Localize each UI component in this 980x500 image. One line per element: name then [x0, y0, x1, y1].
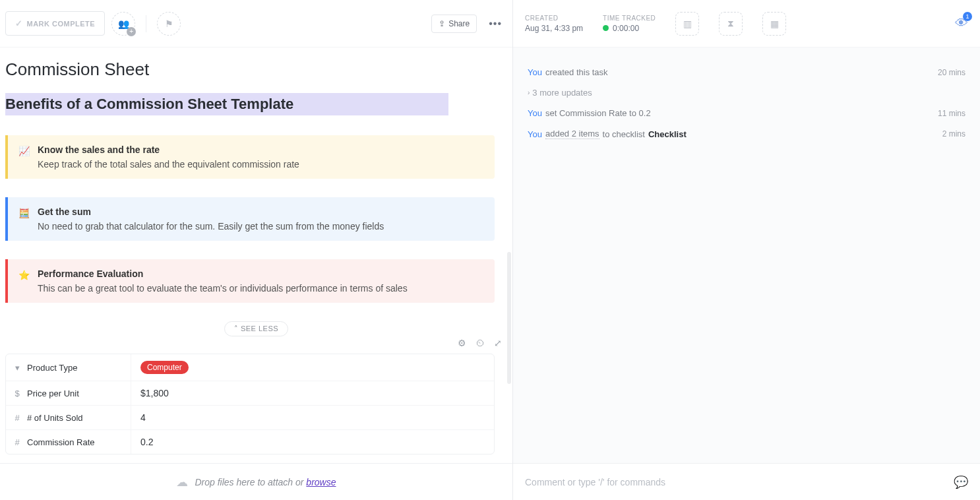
callout-block: 📈 Know the sales and the rate Keep track…: [5, 135, 495, 179]
divider: [146, 15, 146, 32]
attachment-dropzone[interactable]: ☁ Drop files here to attach or browse: [0, 463, 512, 500]
watchers-button[interactable]: 👁 1: [955, 16, 968, 31]
right-toolbar: CREATED Aug 31, 4:33 pm TIME TRACKED 0:0…: [513, 0, 980, 47]
doc-tools: ⚙ ⏲ ⤢: [5, 338, 507, 354]
share-icon: ⇪: [439, 19, 445, 28]
activity-time: 20 mins: [938, 68, 965, 77]
see-less-label: SEE LESS: [241, 325, 278, 332]
timer-button[interactable]: ⧗: [719, 12, 743, 36]
hash-icon: #: [13, 437, 22, 447]
callout-title: Get the sum: [38, 206, 384, 217]
field-label: Product Type: [27, 363, 77, 373]
field-value[interactable]: 4: [131, 406, 494, 429]
activity-item: › 3 more updates: [528, 88, 965, 98]
activity-actor: You: [528, 108, 542, 118]
plus-icon: +: [127, 27, 136, 36]
dates-button[interactable]: ▦: [762, 12, 786, 36]
estimate-button[interactable]: ▥: [675, 12, 699, 36]
created-label: CREATED: [525, 15, 583, 22]
chart-icon: 📈: [18, 144, 30, 170]
activity-time: 11 mins: [938, 109, 965, 118]
assignee-add-button[interactable]: 👥 +: [111, 12, 135, 36]
task-title[interactable]: Commission Sheet: [5, 59, 507, 80]
callout-title: Know the sales and the rate: [38, 144, 299, 155]
watchers-count: 1: [963, 12, 972, 21]
share-button[interactable]: ⇪ Share: [431, 15, 477, 33]
custom-fields-table: ▾Product Type Computer $Price per Unit $…: [5, 354, 495, 454]
created-meta: CREATED Aug 31, 4:33 pm: [525, 15, 583, 33]
activity-actor: You: [528, 129, 542, 139]
field-value[interactable]: $1,800: [131, 381, 494, 405]
priority-flag-button[interactable]: ⚑: [157, 12, 181, 36]
field-label: Commission Rate: [27, 437, 95, 447]
created-value: Aug 31, 4:33 pm: [525, 24, 583, 33]
field-row[interactable]: $Price per Unit $1,800: [6, 381, 494, 406]
section-heading: Benefits of a Commission Sheet Template: [5, 93, 448, 115]
field-row[interactable]: #Commission Rate 0.2: [6, 430, 494, 454]
field-row[interactable]: ## of Units Sold 4: [6, 406, 494, 430]
main-content: Commission Sheet Benefits of a Commissio…: [0, 47, 512, 463]
cloud-upload-icon: ☁: [176, 475, 188, 489]
people-icon: 👥: [118, 18, 129, 29]
activity-feed: You created this task 20 mins › 3 more u…: [513, 47, 980, 463]
calendar-icon: ▦: [770, 18, 779, 29]
gear-icon[interactable]: ⚙: [458, 338, 466, 348]
dollar-icon: $: [13, 389, 22, 398]
mark-complete-button[interactable]: ✓ MARK COMPLETE: [5, 11, 105, 36]
more-updates-text: 3 more updates: [532, 88, 592, 98]
callout-desc: Keep track of the total sales and the eq…: [38, 159, 299, 170]
mark-complete-label: MARK COMPLETE: [27, 20, 96, 28]
check-icon: ✓: [15, 18, 23, 28]
callout-desc: This can be a great tool to evaluate the…: [38, 283, 408, 294]
more-updates-toggle[interactable]: › 3 more updates: [528, 88, 592, 98]
browse-link[interactable]: browse: [306, 477, 336, 487]
activity-item: You added 2 items to checklist Checklist…: [528, 129, 965, 139]
left-toolbar: ✓ MARK COMPLETE 👥 + ⚑ ⇪ Share •••: [0, 0, 512, 47]
activity-text: created this task: [545, 67, 608, 77]
activity-text: set Commission Rate to 0.2: [545, 108, 651, 118]
callout-desc: No need to grab that calculator for the …: [38, 221, 384, 232]
dropdown-icon: ▾: [13, 363, 22, 373]
status-dot-icon: [603, 25, 609, 31]
abacus-icon: 🧮: [18, 206, 30, 232]
activity-text: to checklist: [603, 129, 645, 139]
callout-title: Performance Evaluation: [38, 268, 408, 279]
dropzone-text: Drop files here to attach or: [195, 477, 306, 487]
more-menu-button[interactable]: •••: [483, 14, 507, 34]
share-label: Share: [448, 19, 470, 28]
flag-icon: ⚑: [165, 18, 173, 29]
comment-bar: 💬: [513, 463, 980, 500]
time-tracked-meta: TIME TRACKED 0:00:00: [603, 15, 656, 33]
activity-link[interactable]: added 2 items: [545, 129, 599, 139]
callout-block: 🧮 Get the sum No need to grab that calcu…: [5, 197, 495, 241]
tracked-label: TIME TRACKED: [603, 15, 656, 22]
send-icon[interactable]: 💬: [954, 475, 968, 489]
hash-icon: #: [13, 413, 22, 423]
activity-target: Checklist: [648, 129, 687, 139]
chevron-up-icon: ˄: [234, 325, 241, 332]
tracked-value[interactable]: 0:00:00: [613, 24, 639, 33]
chevron-right-icon: ›: [528, 89, 530, 96]
field-value[interactable]: 0.2: [131, 430, 494, 454]
hourglass-icon: ⧗: [727, 18, 734, 29]
scrollbar[interactable]: [507, 252, 511, 384]
field-label: # of Units Sold: [27, 413, 83, 423]
field-row[interactable]: ▾Product Type Computer: [6, 354, 494, 381]
activity-actor: You: [528, 67, 542, 77]
expand-icon[interactable]: ⤢: [494, 338, 502, 348]
see-less-toggle[interactable]: ˄ SEE LESS: [224, 321, 288, 336]
history-icon[interactable]: ⏲: [475, 338, 485, 348]
activity-item: You created this task 20 mins: [528, 67, 965, 77]
bars-icon: ▥: [683, 18, 692, 29]
field-label: Price per Unit: [27, 389, 79, 398]
activity-time: 2 mins: [942, 129, 965, 139]
field-value-tag[interactable]: Computer: [140, 361, 189, 374]
callout-block: ⭐ Performance Evaluation This can be a g…: [5, 259, 495, 303]
star-icon: ⭐: [18, 268, 30, 294]
comment-input[interactable]: [525, 477, 954, 487]
activity-item: You set Commission Rate to 0.2 11 mins: [528, 108, 965, 118]
